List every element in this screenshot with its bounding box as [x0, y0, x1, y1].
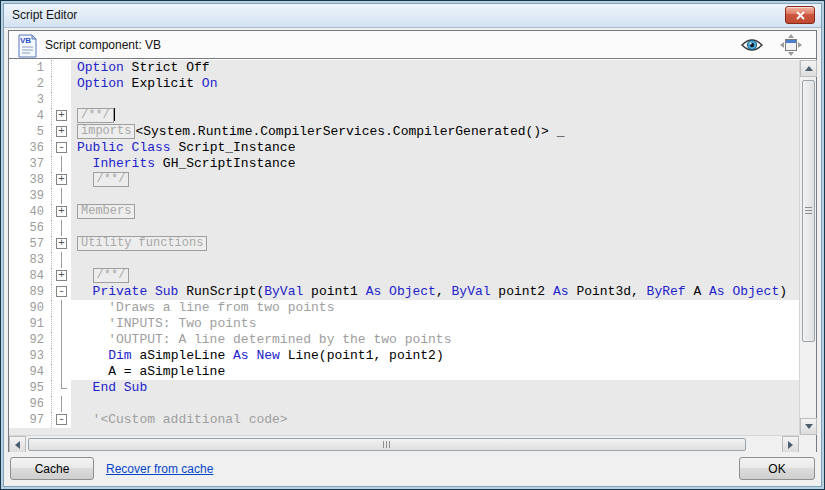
- code-line[interactable]: 95 End Sub: [9, 380, 799, 396]
- collapsed-region-box[interactable]: imports: [77, 124, 135, 139]
- code-text[interactable]: Utility functions: [71, 236, 799, 252]
- cache-button[interactable]: Cache: [10, 457, 94, 480]
- code-line[interactable]: 37 Inherits GH_ScriptInstance: [9, 156, 799, 172]
- code-line[interactable]: 96: [9, 396, 799, 412]
- code-text[interactable]: 'Draws a line from two points: [71, 300, 799, 316]
- code-line[interactable]: 89- Private Sub RunScript(ByVal point1 A…: [9, 284, 799, 300]
- expand-fold-icon[interactable]: +: [56, 238, 67, 249]
- scroll-up-arrow-icon[interactable]: [800, 60, 817, 77]
- code-line[interactable]: 56: [9, 220, 799, 236]
- code-line[interactable]: 83: [9, 252, 799, 268]
- line-number: 93: [9, 348, 51, 364]
- expand-fold-icon[interactable]: +: [56, 174, 67, 185]
- keyword-token: ByVal: [452, 284, 491, 299]
- code-line[interactable]: 40+Members: [9, 204, 799, 220]
- code-area[interactable]: 1Option Strict Off2Option Explicit On34+…: [9, 60, 799, 435]
- horizontal-scroll-thumb[interactable]: [28, 438, 746, 451]
- line-number: 5: [9, 124, 51, 140]
- code-text[interactable]: /**/: [71, 172, 799, 188]
- vertical-scroll-thumb[interactable]: [802, 80, 815, 342]
- footer-bar: Cache Recover from cache OK: [4, 452, 821, 486]
- scroll-left-arrow-icon[interactable]: [9, 436, 26, 453]
- expand-fold-icon[interactable]: +: [56, 110, 67, 121]
- comment-token: 'INPUTS: Two points: [77, 316, 256, 331]
- code-text[interactable]: imports<System.Runtime.CompilerServices.…: [71, 124, 799, 140]
- code-text[interactable]: '<Custom additional code>: [71, 412, 799, 428]
- code-text[interactable]: /**/: [71, 108, 799, 124]
- code-text[interactable]: [71, 220, 799, 236]
- code-text[interactable]: Public Class Script_Instance: [71, 140, 799, 156]
- line-number: 84: [9, 268, 51, 284]
- code-text[interactable]: A = aSimpleline: [71, 364, 799, 380]
- line-number: 39: [9, 188, 51, 204]
- plain-token: A: [686, 284, 709, 299]
- eye-icon[interactable]: [740, 37, 764, 53]
- fold-gutter: +: [51, 108, 71, 124]
- code-text[interactable]: 'OUTPUT: A line determined by the two po…: [71, 332, 799, 348]
- code-text[interactable]: [71, 252, 799, 268]
- collapse-fold-icon[interactable]: -: [56, 142, 67, 153]
- horizontal-scrollbar[interactable]: [9, 435, 799, 452]
- code-line[interactable]: 4+/**/: [9, 108, 799, 124]
- code-line[interactable]: 3: [9, 92, 799, 108]
- code-line[interactable]: 2Option Explicit On: [9, 76, 799, 92]
- code-line[interactable]: 5+imports<System.Runtime.CompilerService…: [9, 124, 799, 140]
- code-line[interactable]: 91 'INPUTS: Two points: [9, 316, 799, 332]
- code-line[interactable]: 57+Utility functions: [9, 236, 799, 252]
- down-triangle: [805, 424, 813, 429]
- line-number: 1: [9, 60, 51, 76]
- code-text[interactable]: [71, 188, 799, 204]
- fold-gutter: -: [51, 412, 71, 428]
- left-triangle: [15, 441, 20, 449]
- code-text[interactable]: Dim aSimpleLine As New Line(point1, poin…: [71, 348, 799, 364]
- code-line[interactable]: 36-Public Class Script_Instance: [9, 140, 799, 156]
- vertical-scrollbar[interactable]: [799, 60, 816, 435]
- code-line[interactable]: 38+ /**/: [9, 172, 799, 188]
- code-text[interactable]: Option Explicit On: [71, 76, 799, 92]
- fold-gutter: [51, 332, 71, 348]
- code-text[interactable]: [71, 396, 799, 412]
- line-number: 3: [9, 92, 51, 108]
- code-text[interactable]: 'INPUTS: Two points: [71, 316, 799, 332]
- code-line[interactable]: 84+ /**/: [9, 268, 799, 284]
- scroll-right-arrow-icon[interactable]: [782, 436, 799, 453]
- plain-token: A = aSimpleline: [77, 364, 225, 379]
- scroll-down-arrow-icon[interactable]: [800, 418, 817, 435]
- close-icon[interactable]: [785, 6, 815, 24]
- collapsed-region-box[interactable]: Utility functions: [77, 236, 207, 251]
- expand-fold-icon[interactable]: +: [56, 270, 67, 281]
- line-number: 91: [9, 316, 51, 332]
- code-line[interactable]: 97- '<Custom additional code>: [9, 412, 799, 428]
- expand-fold-icon[interactable]: +: [56, 126, 67, 137]
- code-text[interactable]: Private Sub RunScript(ByVal point1 As Ob…: [71, 284, 799, 300]
- code-text[interactable]: Members: [71, 204, 799, 220]
- collapsed-region-box[interactable]: /**/: [93, 268, 130, 283]
- code-line[interactable]: 90 'Draws a line from two points: [9, 300, 799, 316]
- expand-fold-icon[interactable]: +: [56, 206, 67, 217]
- code-text[interactable]: /**/: [71, 268, 799, 284]
- recover-from-cache-link[interactable]: Recover from cache: [106, 462, 213, 476]
- fold-gutter: +: [51, 172, 71, 188]
- fit-window-icon[interactable]: [780, 34, 802, 56]
- code-line[interactable]: 92 'OUTPUT: A line determined by the two…: [9, 332, 799, 348]
- code-line[interactable]: 94 A = aSimpleline: [9, 364, 799, 380]
- code-line[interactable]: 93 Dim aSimpleLine As New Line(point1, p…: [9, 348, 799, 364]
- collapse-fold-icon[interactable]: -: [56, 414, 67, 425]
- up-triangle: [805, 66, 813, 71]
- fold-gutter: [51, 396, 71, 412]
- ok-button[interactable]: OK: [739, 457, 815, 480]
- titlebar[interactable]: Script Editor: [4, 4, 821, 28]
- code-text[interactable]: [71, 92, 799, 108]
- fold-gutter: -: [51, 140, 71, 156]
- code-line[interactable]: 1Option Strict Off: [9, 60, 799, 76]
- collapsed-region-box[interactable]: /**/: [77, 108, 114, 123]
- fold-gutter: +: [51, 268, 71, 284]
- collapsed-region-box[interactable]: /**/: [93, 172, 130, 187]
- code-line[interactable]: 39: [9, 188, 799, 204]
- fold-gutter: [51, 188, 71, 204]
- code-text[interactable]: Option Strict Off: [71, 60, 799, 76]
- code-text[interactable]: Inherits GH_ScriptInstance: [71, 156, 799, 172]
- code-text[interactable]: End Sub: [71, 380, 799, 396]
- collapse-fold-icon[interactable]: -: [56, 286, 67, 297]
- collapsed-region-box[interactable]: Members: [77, 204, 135, 219]
